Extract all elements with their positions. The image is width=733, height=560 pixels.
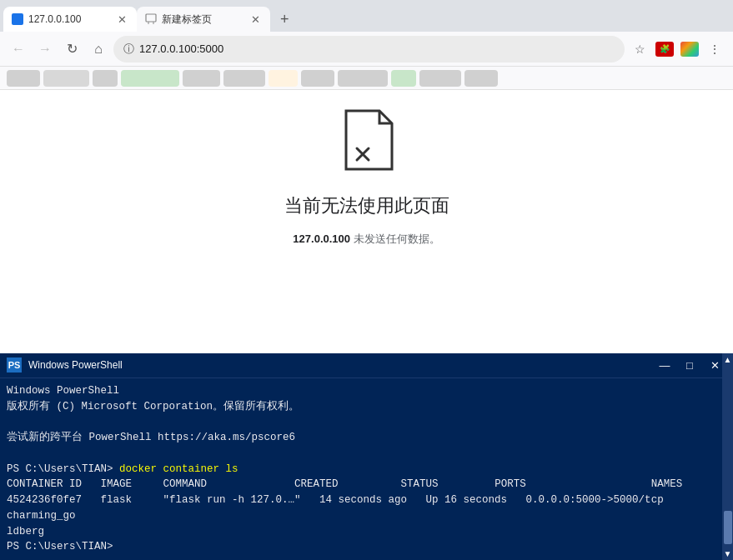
- ps-line-5: [7, 446, 726, 462]
- error-title: 当前无法使用此页面: [284, 193, 449, 218]
- extensions-icon: 🧩: [655, 42, 674, 57]
- browser-page-area: 当前无法使用此页面 127.0.0.100 未发送任何数据。 PS Window…: [0, 90, 733, 560]
- nav-right: ☆ 🧩 ⋮: [628, 38, 726, 61]
- tab-1-title: 127.0.0.100: [28, 13, 111, 25]
- ps-titlebar: PS Windows PowerShell — □ ✕: [0, 353, 733, 378]
- menu-button[interactable]: ⋮: [703, 38, 726, 61]
- nav-bar: ← → ↻ ⌂ ⓘ 127.0.0.100:5000 ☆ 🧩 ⋮: [0, 32, 733, 67]
- bookmark-11[interactable]: [419, 70, 461, 87]
- col-command: COMMAND: [163, 478, 295, 490]
- svg-rect-0: [146, 14, 156, 22]
- bookmark-5[interactable]: [183, 70, 220, 87]
- error-address: 127.0.0.100: [293, 232, 350, 245]
- tab-2[interactable]: 新建标签页 ✕: [137, 7, 270, 32]
- ps-scrollbar-up[interactable]: ▲: [722, 353, 733, 366]
- ps-app-icon: PS: [7, 358, 22, 372]
- error-page: 当前无法使用此页面 127.0.0.100 未发送任何数据。: [0, 90, 733, 263]
- bookmark-1[interactable]: [7, 70, 40, 87]
- back-button[interactable]: ←: [7, 38, 30, 61]
- bookmark-6[interactable]: [223, 70, 265, 87]
- error-message: 未发送任何数据。: [350, 232, 440, 245]
- ps-table-header: CONTAINER ID IMAGE COMMAND CREATED STATU…: [7, 477, 726, 492]
- ps-prompt-1: PS C:\Users\TIAN>: [7, 463, 119, 475]
- browser-window: 127.0.0.100 ✕ 新建标签页 ✕ + ← → ↻ ⌂ ⓘ 127.0.…: [0, 0, 733, 560]
- ps-controls: — □ ✕: [653, 356, 726, 374]
- tab-1-close[interactable]: ✕: [116, 12, 128, 28]
- ps-window-title: Windows PowerShell: [28, 359, 646, 371]
- bookmark-8[interactable]: [301, 70, 334, 87]
- col-ports: PORTS: [495, 478, 651, 490]
- col-status: STATUS: [401, 478, 495, 490]
- col-container-id: CONTAINER ID: [7, 478, 101, 490]
- ps-scrollbar[interactable]: ▲ ▼: [722, 353, 733, 560]
- address-bar[interactable]: ⓘ 127.0.0.100:5000: [113, 36, 625, 62]
- home-button[interactable]: ⌂: [87, 38, 110, 61]
- address-text: 127.0.0.100:5000: [139, 42, 615, 55]
- ps-maximize-button[interactable]: □: [678, 356, 701, 374]
- tab-1[interactable]: 127.0.0.100 ✕: [3, 7, 137, 32]
- col-names: NAMES: [651, 478, 683, 490]
- bookmark-10[interactable]: [391, 70, 416, 87]
- bookmark-2[interactable]: [43, 70, 89, 87]
- ps-command: docker container ls: [119, 463, 238, 475]
- bookmark-3[interactable]: [93, 70, 118, 87]
- ps-line-4: 尝试新的跨平台 PowerShell https://aka.ms/pscore…: [7, 430, 726, 446]
- refresh-button[interactable]: ↻: [60, 38, 83, 61]
- ps-row-1: 4524236f0fe7 flask "flask run -h 127.0.……: [7, 492, 726, 524]
- new-tab-button[interactable]: +: [274, 8, 296, 32]
- bookmark-9[interactable]: [338, 70, 388, 87]
- tab-2-title: 新建标签页: [162, 12, 244, 27]
- powershell-window: PS Windows PowerShell — □ ✕ Windows Powe…: [0, 353, 733, 560]
- col-image: IMAGE: [101, 478, 163, 490]
- ps-line-3: [7, 414, 726, 430]
- profile-icon-button[interactable]: [678, 38, 701, 61]
- ps-minimize-button[interactable]: —: [653, 356, 676, 374]
- forward-button[interactable]: →: [33, 38, 57, 61]
- profile-color-icon: [680, 42, 699, 57]
- bookmark-7[interactable]: [269, 70, 298, 87]
- ps-line-1: Windows PowerShell: [7, 383, 726, 399]
- ps-scrollbar-track: [722, 366, 733, 508]
- bookmark-star-button[interactable]: ☆: [628, 38, 651, 61]
- extensions-button[interactable]: 🧩: [653, 38, 676, 61]
- tab-2-favicon: [145, 13, 157, 25]
- ps-line-6: PS C:\Users\TIAN> docker container ls: [7, 462, 726, 478]
- tab-bar: 127.0.0.100 ✕ 新建标签页 ✕ +: [0, 0, 733, 32]
- ps-scrollbar-thumb[interactable]: [724, 511, 732, 544]
- ps-prompt-2: PS C:\Users\TIAN>: [7, 539, 726, 555]
- powershell-wrapper: PS Windows PowerShell — □ ✕ Windows Powe…: [0, 353, 733, 560]
- tab-2-close[interactable]: ✕: [249, 12, 262, 28]
- error-file-icon: [334, 107, 400, 173]
- bookmarks-bar: [0, 67, 733, 90]
- info-icon: ⓘ: [123, 42, 134, 57]
- ps-line-2: 版权所有 (C) Microsoft Corporation。保留所有权利。: [7, 399, 726, 415]
- ps-scrollbar-down[interactable]: ▼: [722, 548, 733, 560]
- tab-1-favicon: [12, 13, 23, 25]
- error-subtitle: 127.0.0.100 未发送任何数据。: [293, 232, 439, 247]
- bookmark-4[interactable]: [121, 70, 179, 87]
- col-created: CREATED: [294, 478, 401, 490]
- bookmark-12[interactable]: [464, 70, 498, 87]
- ps-body: Windows PowerShell 版权所有 (C) Microsoft Co…: [0, 378, 733, 560]
- ps-row-1b: ldberg: [7, 524, 726, 540]
